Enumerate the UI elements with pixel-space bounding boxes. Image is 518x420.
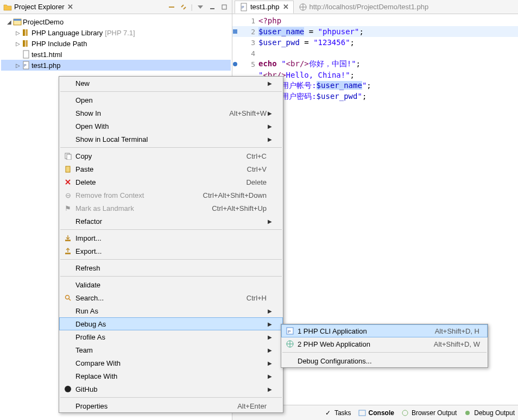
expand-icon[interactable]: ▷	[14, 30, 22, 36]
expand-icon[interactable]: ▷	[14, 41, 22, 47]
tab-browser-output[interactable]: Browser Output	[401, 409, 457, 417]
separator	[60, 147, 282, 148]
separator: |	[191, 3, 193, 11]
submenu-php-web[interactable]: 2 PHP Web ApplicationAlt+Shift+D, W	[281, 337, 488, 350]
svg-rect-4	[14, 19, 21, 21]
svg-rect-7	[23, 40, 25, 47]
menu-profile-as[interactable]: Profile As▶	[59, 330, 283, 343]
tab-browser[interactable]: http://localhost/ProjectDemo/test1.php	[294, 1, 434, 14]
collapse-icon[interactable]	[167, 3, 176, 11]
tab-debug-output[interactable]: Debug Output	[463, 409, 515, 417]
svg-rect-22	[66, 166, 70, 172]
svg-rect-15	[233, 29, 237, 34]
menu-open-with[interactable]: Open With▶	[59, 120, 283, 133]
project-label: ProjectDemo	[23, 18, 64, 26]
import-icon	[62, 234, 73, 242]
submenu-php-cli[interactable]: P1 PHP CLI ApplicationAlt+Shift+D, H	[281, 324, 488, 337]
tree-file-html[interactable]: test1.html	[1, 49, 231, 60]
menu-validate[interactable]: Validate	[59, 278, 283, 291]
menu-refactor[interactable]: Refactor▶	[59, 215, 283, 228]
tree-file-php[interactable]: ▷ P test1.php	[1, 60, 231, 71]
menu-copy[interactable]: CopyCtrl+C	[59, 149, 283, 162]
github-icon	[62, 385, 73, 393]
phplib-decor: [PHP 7.1]	[105, 29, 135, 37]
submenu-debug-config[interactable]: Debug Configurations...	[281, 354, 488, 367]
tab-test1-php[interactable]: P test1.php ✕	[235, 1, 294, 14]
svg-point-18	[402, 410, 408, 416]
maximize-icon[interactable]	[220, 3, 229, 11]
svg-rect-0	[169, 7, 174, 8]
project-icon	[13, 17, 22, 26]
explorer-header: Project Explorer ✕ |	[0, 0, 232, 14]
file-icon	[22, 50, 30, 59]
menu-delete[interactable]: DeleteDelete	[59, 175, 283, 189]
paste-icon	[62, 165, 73, 173]
minimize-icon[interactable]	[208, 3, 217, 11]
tab-label: http://localhost/ProjectDemo/test1.php	[309, 3, 429, 11]
menu-replace[interactable]: Replace With▶	[59, 369, 283, 383]
file-html-label: test1.html	[31, 51, 62, 59]
library-icon	[22, 39, 30, 48]
menu-paste[interactable]: PasteCtrl+V	[59, 162, 283, 175]
svg-text:P: P	[24, 64, 27, 67]
svg-rect-21	[67, 154, 71, 160]
debug-as-submenu: P1 PHP CLI ApplicationAlt+Shift+D, H 2 P…	[281, 324, 488, 368]
expand-icon[interactable]: ▷	[14, 62, 22, 68]
svg-rect-5	[23, 29, 25, 36]
svg-rect-1	[210, 8, 214, 9]
menu-github[interactable]: GitHub▶	[59, 383, 283, 396]
delete-icon	[62, 178, 73, 186]
menu-show-local[interactable]: Show in Local Terminal▶	[59, 133, 283, 146]
link-icon[interactable]	[179, 3, 188, 11]
menu-debug-as[interactable]: Debug As▶	[59, 317, 283, 330]
php-file-icon: P	[22, 61, 30, 70]
view-menu-icon[interactable]	[196, 3, 205, 11]
svg-rect-2	[222, 5, 226, 9]
menu-refresh[interactable]: Refresh	[59, 261, 283, 274]
svg-rect-23	[65, 240, 71, 241]
remove-context-icon: ⊖	[62, 191, 73, 199]
tree-project[interactable]: ◢ ProjectDemo	[1, 16, 231, 27]
menu-properties[interactable]: PropertiesAlt+Enter	[59, 399, 283, 412]
separator	[60, 397, 282, 398]
folder-icon	[3, 3, 12, 11]
php-web-icon	[285, 340, 295, 348]
landmark-icon: ⚑	[62, 204, 73, 212]
globe-icon	[299, 3, 307, 11]
menu-import[interactable]: Import...	[59, 231, 283, 245]
close-icon[interactable]: ✕	[67, 3, 73, 11]
php-cli-icon: P	[285, 327, 295, 335]
menu-new[interactable]: New▶	[59, 77, 283, 90]
separator	[282, 352, 487, 353]
svg-point-26	[65, 386, 71, 392]
svg-rect-17	[359, 410, 365, 416]
menu-open[interactable]: Open	[59, 93, 283, 106]
separator	[60, 276, 282, 277]
menu-show-in[interactable]: Show InAlt+Shift+W▶	[59, 106, 283, 120]
expand-icon[interactable]: ◢	[5, 19, 13, 25]
console-icon	[358, 409, 367, 417]
phplib-label: PHP Language Library	[31, 29, 103, 37]
svg-point-19	[465, 411, 470, 415]
include-label: PHP Include Path	[31, 40, 87, 48]
marker-icon	[232, 29, 242, 34]
tree-phplib[interactable]: ▷ PHP Language Library [PHP 7.1]	[1, 27, 231, 38]
breakpoint-icon[interactable]	[232, 61, 242, 67]
tree-include[interactable]: ▷ PHP Include Path	[1, 38, 231, 49]
close-icon[interactable]: ✕	[283, 3, 289, 11]
search-icon	[62, 294, 73, 302]
separator	[60, 229, 282, 230]
tab-console[interactable]: Console	[358, 409, 394, 417]
menu-team[interactable]: Team▶	[59, 343, 283, 356]
svg-rect-9	[23, 51, 29, 58]
project-tree: ◢ ProjectDemo ▷ PHP Language Library [PH…	[0, 14, 232, 73]
menu-compare[interactable]: Compare With▶	[59, 356, 283, 369]
tab-label: test1.php	[250, 3, 280, 11]
menu-run-as[interactable]: Run As▶	[59, 304, 283, 317]
menu-export[interactable]: Export...	[59, 245, 283, 258]
svg-point-16	[233, 62, 237, 66]
svg-point-25	[66, 296, 70, 299]
svg-rect-8	[26, 40, 28, 47]
menu-search[interactable]: Search...Ctrl+H	[59, 291, 283, 304]
tab-tasks[interactable]: ✓Tasks	[324, 409, 351, 417]
